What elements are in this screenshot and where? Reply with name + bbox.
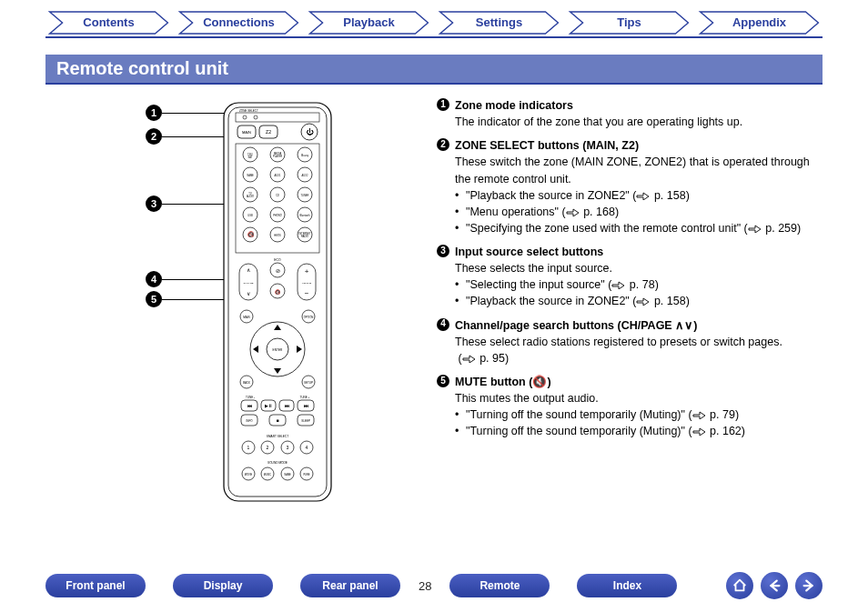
svg-text:AUX1: AUX1 <box>275 174 281 177</box>
leader-line <box>162 204 231 205</box>
svg-text:⏭: ⏭ <box>285 403 289 408</box>
svg-text:TUNE +: TUNE + <box>300 396 310 399</box>
tab-label: Playback <box>343 15 394 29</box>
top-nav: Contents Connections Playback Settings T… <box>0 0 868 35</box>
tab-playback[interactable]: Playback <box>306 11 432 35</box>
pill-rear-panel[interactable]: Rear panel <box>300 574 400 597</box>
svg-text:GAME: GAME <box>284 473 291 477</box>
bullet-link[interactable]: "Menu operations" ( p. 168) <box>455 204 823 220</box>
prev-page-button[interactable] <box>761 572 788 599</box>
next-page-button[interactable] <box>795 572 823 599</box>
arrow-left-icon <box>766 577 782 594</box>
left-column: 1 2 3 4 5 <box>45 97 437 446</box>
svg-text:TUNER: TUNER <box>301 194 309 197</box>
desc-item-1: 1 Zone mode indicators The indicator of … <box>437 97 823 130</box>
svg-text:MUSIC: MUSIC <box>264 473 271 477</box>
pill-front-panel[interactable]: Front panel <box>45 574 146 597</box>
svg-text:PHONO: PHONO <box>273 214 282 217</box>
item-body: The indicator of the zone that you are o… <box>455 114 823 130</box>
svg-text:ENTER: ENTER <box>273 348 284 352</box>
svg-text:PURE: PURE <box>303 473 309 477</box>
svg-text:SETUP: SETUP <box>304 381 313 385</box>
tab-appendix[interactable]: Appendix <box>696 11 823 35</box>
bullet-link[interactable]: "Selecting the input source" ( p. 78) <box>455 276 823 293</box>
svg-text:2: 2 <box>267 445 269 450</box>
bullet-link[interactable]: "Playback the source in ZONE2" ( p. 158) <box>455 187 823 204</box>
hand-icon <box>636 190 651 200</box>
hand-icon <box>566 206 580 216</box>
svg-text:SOUND MODE: SOUND MODE <box>267 461 288 465</box>
item-title: ZONE SELECT buttons (MAIN, Z2) <box>455 137 639 154</box>
callout-3: 3 <box>146 196 231 212</box>
item-title: MUTE button (🔇) <box>455 374 551 390</box>
desc-item-3: 3 Input source select buttons These sele… <box>437 244 823 310</box>
svg-text:⏮: ⏮ <box>247 403 252 408</box>
callout-5: 5 <box>146 291 231 307</box>
svg-text:SAT: SAT <box>248 156 253 159</box>
svg-text:■: ■ <box>276 417 278 423</box>
item-body: This mutes the output audio. <box>455 390 823 406</box>
pill-display[interactable]: Display <box>173 574 273 597</box>
tab-label: Settings <box>476 15 522 29</box>
svg-text:RADIO: RADIO <box>301 235 308 238</box>
content-area: 1 2 3 4 5 <box>45 97 823 446</box>
tab-connections[interactable]: Connections <box>176 11 302 35</box>
bullet-link[interactable]: "Specifying the zone used with the remot… <box>455 220 823 236</box>
desc-item-2: 2 ZONE SELECT buttons (MAIN, Z2) These s… <box>437 137 823 236</box>
svg-text:∧: ∧ <box>247 267 250 273</box>
tab-settings[interactable]: Settings <box>436 11 562 35</box>
desc-item-5: 5 MUTE button (🔇) This mutes the output … <box>437 374 823 440</box>
item-body: These switch the zone (MAIN ZONE, ZONE2)… <box>455 154 823 186</box>
tab-label: Appendix <box>732 15 786 29</box>
item-title: Zone mode indicators <box>455 97 573 114</box>
svg-text:1: 1 <box>247 445 250 450</box>
svg-text:Blu-ray: Blu-ray <box>301 154 309 157</box>
bullet-link[interactable]: "Turning off the sound temporarily (Muti… <box>455 406 823 423</box>
svg-text:SLEEP: SLEEP <box>301 419 310 423</box>
svg-text:MAIN: MAIN <box>243 316 250 319</box>
desc-item-4: 4 Channel/page search buttons (CH/PAGE ∧… <box>437 317 823 366</box>
tab-contents[interactable]: Contents <box>45 11 172 35</box>
tab-tips[interactable]: Tips <box>566 11 692 35</box>
callout-number: 1 <box>146 105 162 121</box>
section-title-text: Remote control unit <box>56 58 228 78</box>
footer-nav: Front panel Display Rear panel 28 Remote… <box>45 572 823 599</box>
page-number: 28 <box>419 579 431 593</box>
svg-text:Bluetooth: Bluetooth <box>300 214 311 217</box>
remote-illustration: ZONE SELECT MAIN Z2 ⏻ <box>223 102 332 502</box>
arrow-right-icon <box>801 577 817 594</box>
svg-text:CD: CD <box>276 194 279 197</box>
svg-text:TUNE -: TUNE - <box>246 396 255 399</box>
callout-number: 5 <box>146 291 162 307</box>
svg-text:MOVIE: MOVIE <box>245 473 253 477</box>
callout-number: 2 <box>146 128 162 145</box>
leader-line <box>162 299 231 300</box>
hand-icon <box>462 353 477 363</box>
bullet-link[interactable]: "Playback the source in ZONE2" ( p. 158) <box>455 293 823 309</box>
callout-number: 3 <box>146 196 162 212</box>
svg-text:OPTION: OPTION <box>304 316 314 319</box>
svg-text:⏭: ⏭ <box>304 403 308 408</box>
bullet-link[interactable]: "Turning off the sound temporarily (Muti… <box>455 423 823 439</box>
leader-line <box>162 136 231 137</box>
home-button[interactable] <box>726 572 753 599</box>
svg-text:GAME: GAME <box>247 174 254 177</box>
svg-text:BACK: BACK <box>243 381 250 385</box>
nav-underline <box>45 36 823 38</box>
svg-text:SMART SELECT: SMART SELECT <box>267 435 288 438</box>
callout-number: 4 <box>146 271 162 287</box>
pill-index[interactable]: Index <box>577 574 677 597</box>
svg-text:+: + <box>305 267 309 276</box>
home-icon <box>732 577 748 594</box>
svg-text:⏻: ⏻ <box>306 128 314 136</box>
svg-text:USB: USB <box>247 214 253 217</box>
item-body: These selects the input source. <box>455 260 823 276</box>
page-ref[interactable]: ( p. 95) <box>455 350 823 366</box>
item-number: 5 <box>437 375 449 387</box>
pill-remote[interactable]: Remote <box>449 574 550 597</box>
tab-label: Contents <box>83 15 134 29</box>
item-number: 3 <box>437 245 449 257</box>
svg-text:MAIN: MAIN <box>242 130 251 135</box>
hand-icon <box>692 426 707 436</box>
item-number: 1 <box>437 98 449 111</box>
